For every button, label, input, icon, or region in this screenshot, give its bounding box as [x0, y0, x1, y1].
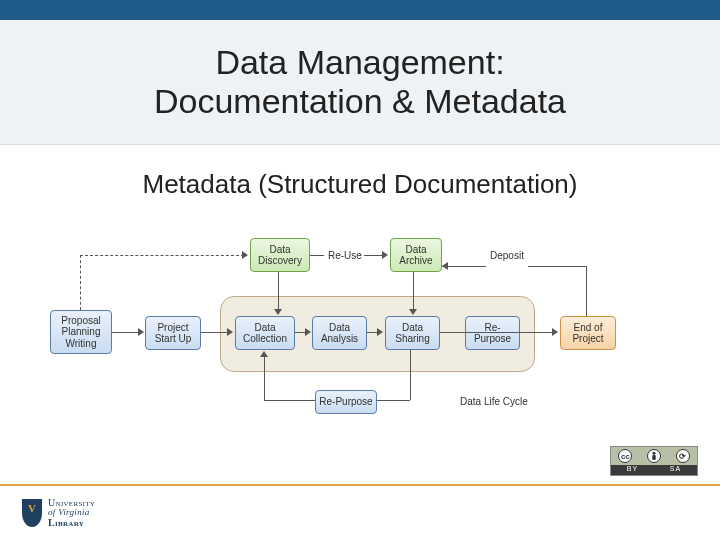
- label-reuse: Re-Use: [328, 250, 362, 261]
- slide-subtitle: Metadata (Structured Documentation): [0, 169, 720, 200]
- arrow-head-archive-sharing: [409, 309, 417, 315]
- cc-sa-label: SA: [654, 465, 697, 475]
- arrow-feedback-vert: [80, 255, 81, 310]
- box-data-archive: DataArchive: [390, 238, 442, 272]
- arrow-reuse-right: [364, 255, 384, 256]
- arrow-proposal-startup: [112, 332, 140, 333]
- arrow-deposit-horiz-left: [442, 266, 486, 267]
- box-startup: ProjectStart Up: [145, 316, 201, 350]
- arrow-head-reuse: [382, 251, 388, 259]
- arrow-head-discovery-collection: [274, 309, 282, 315]
- slide: Data Management: Documentation & Metadat…: [0, 0, 720, 540]
- header-accent-bar: [0, 0, 720, 20]
- svg-point-0: [652, 452, 655, 455]
- arrow-repurpose-h-left: [264, 400, 315, 401]
- uva-line3: Library: [48, 518, 95, 529]
- box-end-of-project: End ofProject: [560, 316, 616, 350]
- arrow-head-deposit: [442, 262, 448, 270]
- uva-shield-icon: [22, 499, 42, 527]
- arrow-deposit-horiz-right: [528, 266, 586, 267]
- arrow-head-startup-collection: [227, 328, 233, 336]
- arrow-head-feedback: [242, 251, 248, 259]
- cc-icons-row: cc ⟳: [611, 447, 697, 465]
- label-deposit: Deposit: [490, 250, 524, 261]
- cc-labels-row: BY SA: [611, 465, 697, 475]
- arrow-deposit-vert: [586, 266, 587, 316]
- arrow-repurpose-down: [410, 350, 411, 400]
- arrow-archive-sharing: [413, 272, 414, 311]
- box-proposal: ProposalPlanningWriting: [50, 310, 112, 354]
- uva-logo-text: University of Virginia Library: [48, 498, 95, 528]
- arrow-reuse-left: [310, 255, 324, 256]
- box-repurpose: Re-Purpose: [315, 390, 377, 414]
- footer-divider: [0, 484, 720, 486]
- arrow-head-proposal-startup: [138, 328, 144, 336]
- cc-icon: cc: [618, 449, 632, 463]
- arrow-head-collection-analysis: [305, 328, 311, 336]
- box-analysis: DataAnalysis: [312, 316, 367, 350]
- svg-rect-1: [652, 455, 655, 460]
- title-area: Data Management: Documentation & Metadat…: [0, 20, 720, 145]
- box-repurpose-placeholder: Re-Purpose: [465, 316, 520, 350]
- arrow-startup-collection: [201, 332, 229, 333]
- box-collection: DataCollection: [235, 316, 295, 350]
- box-sharing: DataSharing: [385, 316, 440, 350]
- sa-icon: ⟳: [676, 449, 690, 463]
- arrow-head-repurpose: [260, 351, 268, 357]
- arrow-head-analysis-sharing: [377, 328, 383, 336]
- arrow-repurpose-h-right: [377, 400, 410, 401]
- cc-by-label: BY: [611, 465, 654, 475]
- label-cycle: Data Life Cycle: [460, 396, 528, 407]
- title-line-1: Data Management:: [215, 43, 504, 81]
- cc-license-badge: cc ⟳ BY SA: [610, 446, 698, 476]
- title-line-2: Documentation & Metadata: [154, 82, 566, 120]
- arrow-feedback-horiz: [80, 255, 244, 256]
- arrow-discovery-collection: [278, 272, 279, 311]
- box-data-discovery: DataDiscovery: [250, 238, 310, 272]
- arrow-head-sharing-end: [552, 328, 558, 336]
- by-icon: [647, 449, 661, 463]
- arrow-sharing-end: [440, 332, 554, 333]
- arrow-repurpose-up: [264, 356, 265, 400]
- uva-library-logo: University of Virginia Library: [22, 498, 95, 528]
- slide-title: Data Management: Documentation & Metadat…: [154, 43, 566, 121]
- lifecycle-diagram: DataDiscovery DataArchive ProposalPlanni…: [50, 238, 670, 448]
